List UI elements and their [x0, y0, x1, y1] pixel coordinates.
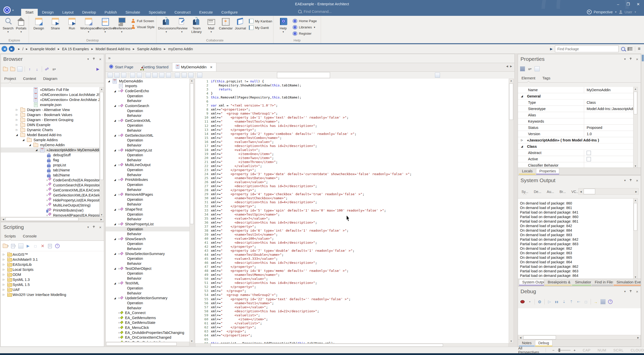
property-value[interactable]: MyDemoAddin	[584, 87, 633, 93]
structure-tree-item[interactable]: Behavior	[106, 202, 190, 207]
structure-tree-item[interactable]: Behavior	[106, 246, 190, 251]
expand-icon[interactable]: ◢	[29, 142, 33, 147]
tree-item[interactable]: «DMSet» Full File	[1, 87, 99, 92]
dock-tab-locals[interactable]: Locals	[519, 168, 536, 175]
browser-vscrollbar[interactable]: ▲ ▼	[99, 87, 104, 217]
tree-item[interactable]: example.json	[1, 102, 99, 107]
code-editor[interactable]: 1if(this.propList != null) {2 Repository…	[195, 79, 509, 343]
tree-item[interactable]: propList	[1, 163, 99, 168]
expand-icon[interactable]: ◢	[108, 80, 112, 82]
structure-tree-item[interactable]: ◢≡ShowPropertyList	[106, 222, 190, 227]
dock-tab-simulation-eve[interactable]: Simulation Eve...	[614, 279, 641, 286]
close-icon[interactable]: ×	[636, 57, 638, 61]
system-output-tab-sy[interactable]: Sy...	[521, 190, 528, 194]
pin-icon[interactable]	[630, 58, 632, 61]
checkbox[interactable]	[587, 151, 591, 155]
expand-icon[interactable]: ▷	[3, 257, 7, 262]
expand-icon[interactable]: ▷	[16, 112, 20, 117]
property-value[interactable]: Proposed	[584, 125, 633, 131]
find-command-box[interactable]: Find Command...	[298, 10, 332, 14]
tree-item[interactable]: tab1Name	[1, 168, 99, 173]
structure-tree-item[interactable]: Behavior	[106, 276, 190, 281]
structure-tree-item[interactable]: Behavior	[106, 98, 190, 104]
close-icon[interactable]: ×	[636, 178, 638, 183]
ribbon-tab-layout[interactable]: Layout	[58, 9, 78, 16]
tree-item[interactable]: ▷Diagram - Bookmark Values	[1, 112, 99, 117]
line-numbers-icon[interactable]	[114, 73, 119, 78]
structure-tree-vscrollbar[interactable]: ▲ ▼	[189, 79, 194, 343]
ribbon-tab-publish[interactable]: Publish	[100, 9, 121, 16]
structure-tree-item[interactable]: Behavior	[106, 143, 190, 148]
property-value[interactable]: Class	[584, 99, 633, 106]
tree-item[interactable]: ≡GetContextXML(EA.EAContext, String)	[1, 188, 99, 193]
close-button[interactable]: ✕	[634, 1, 642, 8]
structure-tree-item[interactable]: ≡EA_OnContextItemChanged	[106, 335, 190, 340]
goto-line-icon[interactable]: →	[593, 299, 598, 304]
expand-icon[interactable]: ◢	[114, 208, 118, 211]
save-icon[interactable]	[520, 66, 525, 71]
ribbon-item-register[interactable]: Register	[293, 31, 317, 36]
expand-icon[interactable]: ▷	[521, 137, 525, 143]
document-tab-getting-started[interactable]: Getting Started	[137, 63, 172, 71]
structure-tree-item[interactable]: ≡EA_GetMenuItems	[106, 315, 190, 320]
ribbon-tab-construct[interactable]: Construct	[170, 9, 195, 16]
more-tools-icon[interactable]	[332, 73, 440, 78]
chevron-right-icon[interactable]: »	[108, 56, 110, 60]
tree-item[interactable]: ▷Diagram - Alternative View	[1, 107, 99, 112]
hamburger-menu-icon[interactable]: ≡▾	[52, 67, 57, 72]
script-group-item[interactable]: ▷SysML 1.5	[1, 282, 104, 287]
property-value[interactable]	[584, 112, 633, 118]
properties-vscrollbar[interactable]: ▲ ▼	[633, 87, 638, 168]
expand-icon[interactable]: ◢	[22, 137, 27, 142]
structure-tree-item[interactable]: ◢≡CustomSearch	[106, 103, 190, 108]
tree-item[interactable]: «DMConnection» Local ArchiMate JSON	[1, 92, 99, 97]
properties-tab-element[interactable]: Element	[521, 74, 535, 82]
ribbon-item-perspectives[interactable]: Perspectives▼	[97, 17, 113, 33]
structure-tree-item[interactable]: ◢≡GetSelectionXML	[106, 133, 190, 138]
locate-icon[interactable]: ☍	[44, 67, 49, 72]
system-output-tab-scrollbar[interactable]: ◀ ▶	[578, 188, 639, 195]
structure-tree-item[interactable]: Behavior	[106, 231, 190, 236]
structure-tree-item[interactable]: ◢MyDemoAddin	[106, 79, 190, 84]
minimize-button[interactable]: –	[614, 1, 622, 8]
expand-icon[interactable]: ▷	[3, 252, 7, 257]
tree-item[interactable]: ≡CustomSearch(EA.Repository, String)	[1, 183, 99, 188]
structure-tree-item[interactable]: ◢≡ShapeTest	[106, 207, 190, 212]
property-row-type[interactable]: TypeClass	[518, 99, 633, 106]
edit-dropdown-icon[interactable]	[130, 73, 135, 78]
stop-icon[interactable]: □	[583, 299, 588, 304]
autohide-tab[interactable]	[642, 55, 644, 61]
ribbon-tab-design[interactable]: Design	[38, 9, 58, 16]
structure-tree-item[interactable]: Operation	[106, 241, 190, 246]
browser-tab-project[interactable]: Project	[4, 74, 16, 83]
system-output-tab-de[interactable]: De...	[534, 190, 541, 194]
step-over-icon[interactable]: ⇡	[569, 299, 574, 304]
structure-tree-item[interactable]: ≡EA_OnPreDeleteAttribute	[106, 340, 190, 342]
script-group-item[interactable]: ▷UAF	[1, 287, 104, 292]
refresh-icon[interactable]	[18, 243, 23, 248]
ribbon-tab-start[interactable]: Start	[21, 9, 38, 16]
expand-icon[interactable]: ◢	[35, 147, 40, 153]
structure-tree-item[interactable]: Behavior	[106, 113, 190, 118]
perspective-button[interactable]: Perspective	[594, 10, 613, 14]
chevron-down-icon[interactable]: ▾	[624, 57, 626, 61]
ribbon-item-home-page[interactable]: Home Page	[293, 19, 317, 23]
ribbon-item-journal[interactable]: Journal	[233, 17, 248, 30]
app-menu-button[interactable]: ▾	[3, 5, 17, 15]
ribbon-item-libraries[interactable]: Libraries▼	[293, 25, 317, 29]
structure-tree-item[interactable]: Operation	[106, 286, 190, 291]
pin-icon[interactable]	[630, 290, 632, 293]
structure-tree-item[interactable]: Behavior	[106, 217, 190, 222]
structure-tree-item[interactable]: Operation	[106, 123, 190, 128]
structure-tree-item[interactable]: ◢≡PrintAttributes	[106, 177, 190, 182]
expand-icon[interactable]: ▷	[3, 277, 7, 282]
import-source-icon[interactable]	[146, 73, 151, 78]
ribbon-item-run[interactable]: Run	[64, 17, 80, 30]
pause-icon[interactable]: ▮▮	[554, 299, 559, 304]
save-icon[interactable]	[600, 299, 606, 304]
breadcrumb-item-mydemo-addin[interactable]: myDemo Addin	[168, 47, 193, 51]
expand-icon[interactable]: ◢	[114, 178, 118, 181]
ribbon-item-full-screen[interactable]: Full Screen	[131, 19, 154, 23]
tree-item[interactable]: «DMConnection» Online ArchiMate JSON	[1, 97, 99, 102]
pin-icon[interactable]	[630, 179, 632, 182]
